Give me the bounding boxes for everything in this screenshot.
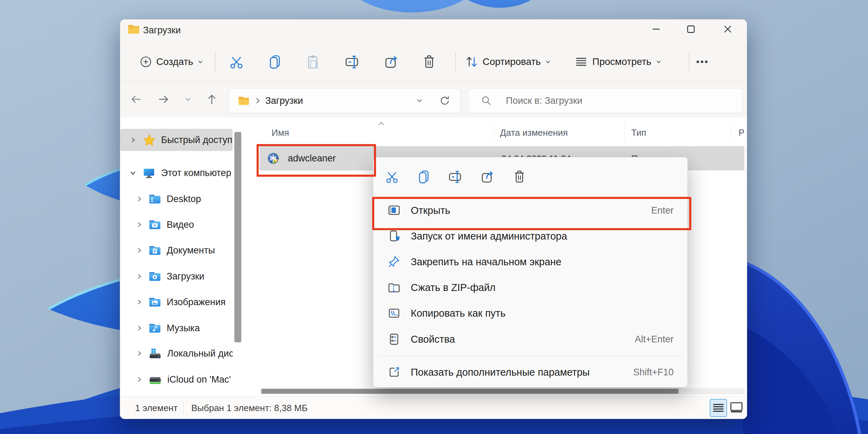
- breadcrumb-item[interactable]: Загрузки: [265, 95, 303, 106]
- chevron-right-icon[interactable]: [135, 324, 143, 332]
- documents-folder-icon: [149, 245, 161, 256]
- chevron-right-icon[interactable]: [135, 273, 143, 280]
- menu-item-copy-as-path[interactable]: Копировать как путь: [375, 300, 685, 326]
- close-button[interactable]: [717, 19, 738, 39]
- column-header-name[interactable]: Имя: [272, 127, 289, 138]
- chevron-right-icon[interactable]: [135, 195, 143, 203]
- toolbar-divider: [455, 52, 456, 72]
- menu-item-label: Сжать в ZIP-файл: [411, 282, 495, 293]
- chevron-right-icon[interactable]: [135, 350, 143, 357]
- title-bar[interactable]: Загрузки: [120, 19, 747, 41]
- copy-path-icon: [387, 307, 401, 320]
- sort-button-label: Сортировать: [483, 56, 541, 67]
- pin-icon: [387, 255, 401, 268]
- open-app-icon: [387, 204, 401, 217]
- window-title: Загрузки: [143, 25, 181, 36]
- sidebar-item-documents[interactable]: Документы: [120, 239, 233, 261]
- command-toolbar: Создать Сортировать Просмотр: [120, 42, 747, 82]
- address-bar[interactable]: Загрузки: [229, 88, 460, 113]
- chevron-right-icon[interactable]: [129, 136, 137, 144]
- sidebar-item-desktop[interactable]: Desktop: [120, 188, 233, 210]
- sort-button[interactable]: Сортировать: [465, 42, 551, 81]
- file-name[interactable]: adwcleaner: [288, 153, 336, 164]
- menu-item-pin-to-start[interactable]: Закрепить на начальном экране: [375, 249, 685, 275]
- sidebar-item-downloads[interactable]: Загрузки: [120, 265, 233, 287]
- sidebar-item-videos[interactable]: Видео: [120, 214, 233, 236]
- breadcrumb-chevron-icon: [254, 97, 261, 105]
- sidebar-item-local-disk[interactable]: Локальный дис: [120, 342, 233, 365]
- sidebar-item-label: Desktop: [167, 194, 201, 205]
- new-button[interactable]: Создать: [140, 42, 203, 81]
- copy-button[interactable]: [267, 42, 282, 81]
- column-header-date[interactable]: Дата изменения: [500, 127, 568, 138]
- address-dropdown-icon[interactable]: [416, 97, 423, 105]
- menu-item-compress-zip[interactable]: Сжать в ZIP-файл: [375, 275, 685, 300]
- up-button[interactable]: [205, 81, 219, 117]
- cut-button[interactable]: [229, 42, 244, 81]
- copy-button[interactable]: [415, 168, 433, 186]
- chevron-right-icon[interactable]: [135, 298, 143, 306]
- paste-button[interactable]: [305, 42, 320, 81]
- sidebar-item-pictures[interactable]: Изображения: [120, 291, 233, 313]
- delete-button[interactable]: [510, 168, 528, 186]
- chevron-right-icon[interactable]: [135, 376, 143, 383]
- up-arrow-icon: [205, 93, 218, 106]
- menu-item-open[interactable]: Открыть Enter: [375, 198, 685, 223]
- menu-item-shortcut: Alt+Enter: [635, 334, 674, 345]
- more-options-button[interactable]: [694, 42, 710, 81]
- zip-icon: [387, 281, 401, 294]
- sort-icon: [465, 55, 478, 69]
- column-divider[interactable]: [625, 124, 625, 140]
- icloud-drive-icon: [149, 374, 162, 385]
- downloads-folder-icon: [149, 271, 161, 282]
- cut-icon: [229, 54, 244, 69]
- menu-item-show-more-options[interactable]: Показать дополнительные параметры Shift+…: [375, 359, 685, 385]
- recent-locations-button[interactable]: [184, 81, 192, 117]
- menu-item-label: Закрепить на начальном экране: [411, 256, 561, 268]
- sort-ascending-icon: [377, 121, 385, 126]
- details-view-toggle[interactable]: [710, 399, 727, 417]
- column-header-size[interactable]: Ра: [738, 127, 744, 138]
- chevron-right-icon[interactable]: [135, 247, 143, 254]
- rename-button[interactable]: [344, 42, 360, 81]
- chevron-down-icon: [197, 59, 203, 65]
- toolbar-divider: [215, 52, 216, 72]
- share-button[interactable]: [478, 168, 496, 186]
- menu-item-properties[interactable]: Свойства Alt+Enter: [375, 326, 685, 352]
- minimize-button[interactable]: [645, 19, 667, 39]
- chevron-right-icon[interactable]: [135, 221, 143, 228]
- column-divider[interactable]: [494, 124, 495, 140]
- chevron-down-icon[interactable]: [129, 169, 137, 177]
- horizontal-scrollbar-thumb[interactable]: [261, 389, 678, 394]
- new-button-label: Создать: [156, 56, 193, 67]
- sidebar-item-label: Быстрый доступ: [161, 135, 232, 145]
- rename-button[interactable]: [446, 168, 464, 186]
- search-box[interactable]: Поиск в: Загрузки: [468, 88, 743, 113]
- menu-item-label: Свойства: [411, 334, 455, 345]
- thumbnail-view-toggle[interactable]: [728, 399, 744, 416]
- status-bar: 1 элемент Выбран 1 элемент: 8,38 МБ: [120, 397, 747, 419]
- back-button[interactable]: [129, 81, 143, 117]
- sidebar-item-music[interactable]: Музыка: [120, 317, 233, 339]
- navigation-bar: Загрузки Поиск в: Загрузки: [120, 81, 747, 117]
- file-explorer-window: Загрузки Создать: [120, 19, 747, 419]
- context-menu: Открыть Enter Запуск от имени администра…: [373, 157, 688, 387]
- refresh-icon[interactable]: [439, 95, 450, 106]
- sidebar-item-quick-access[interactable]: Быстрый доступ: [120, 129, 233, 151]
- delete-button[interactable]: [422, 42, 437, 81]
- column-divider[interactable]: [731, 124, 731, 140]
- column-header-type[interactable]: Тип: [631, 127, 646, 138]
- share-button[interactable]: [383, 42, 399, 81]
- sidebar-scrollbar[interactable]: [234, 132, 241, 342]
- sidebar-item-icloud[interactable]: iCloud on 'Mac': [120, 368, 233, 391]
- cut-button[interactable]: [383, 168, 401, 186]
- view-button[interactable]: Просмотреть: [574, 42, 662, 81]
- menu-divider: [377, 356, 683, 356]
- copy-icon: [416, 169, 431, 184]
- maximize-button[interactable]: [680, 19, 702, 39]
- sidebar-item-this-pc[interactable]: Этот компьютер: [120, 162, 233, 184]
- forward-button[interactable]: [157, 81, 170, 117]
- trash-icon: [422, 54, 437, 69]
- menu-item-run-as-admin[interactable]: Запуск от имени администратора: [375, 223, 685, 249]
- horizontal-scrollbar[interactable]: [260, 388, 745, 394]
